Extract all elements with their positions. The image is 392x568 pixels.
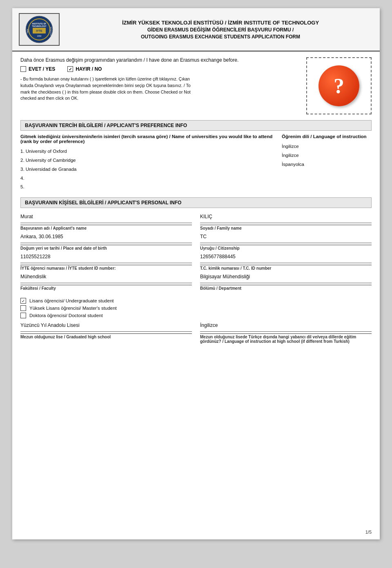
iyte-logo-icon: INSTITUTE OF TECHNOLOGY IYTE 1992 İZMİR …: [24, 15, 54, 44]
first-name-block: Murat Başvuranın adı / Applicant's name: [20, 214, 192, 230]
list-item: 1. University of Oxford: [20, 147, 274, 156]
preference-section-header: BAŞVURANIN TERCİH BİLGİLERİ / APPLICANT'…: [20, 120, 372, 131]
instruction-line3: mark the checkboxes ( ) in this form ple…: [20, 89, 298, 96]
lang-item: [282, 178, 372, 187]
header-title: İZMİR YÜKSEK TEKNOLOJİ ENSTİTÜSÜ / İZMİR…: [68, 20, 373, 40]
student-id-value: 11025521228: [20, 254, 192, 261]
yes-no-row: EVET / YES ✓ HAYIR / NO: [20, 66, 298, 72]
last-name-label: Soyadı / Family name: [200, 225, 372, 230]
language-list: İngilizce İngilizce İspanyolca: [282, 142, 372, 187]
list-item: 2. University of Cambridge: [20, 156, 274, 165]
list-item: 3. Universidad de Granada: [20, 165, 274, 174]
svg-text:TEKNOLOJİ: TEKNOLOJİ: [50, 27, 52, 36]
faculty-row: Mühendislik Fakültesi / Faculty Bilgisay…: [20, 274, 372, 294]
tc-id-block: 1265677888445 T.C. kimlik numarası / T.C…: [200, 254, 372, 271]
list-item: 5.: [20, 183, 274, 192]
preference-question: Gitmek istediğiniz üniversitenin/lerin i…: [20, 134, 274, 144]
instruction-line2: kutuda Onaylandı veya Onaylanmadı seçene…: [20, 83, 298, 89]
svg-text:İZMİR: İZMİR: [27, 29, 29, 33]
language-label: Öğrenim dili / Language of instruction: [282, 134, 372, 139]
name-row: Murat Başvuranın adı / Applicant's name …: [20, 214, 372, 234]
student-id-block: 11025521228 İYTE öğrenci numarası / İYTE…: [20, 254, 192, 271]
header-line1: İZMİR YÜKSEK TEKNOLOJİ ENSTİTÜSÜ / İZMİR…: [68, 20, 373, 26]
list-item: 4.: [20, 174, 274, 183]
undergraduate-checkbox[interactable]: ✓: [20, 298, 26, 304]
tc-id-label: T.C. kimlik numarası / T.C. ID number: [200, 265, 372, 271]
hs-lang-block: İngilizce Mezun olduğunuz lisede Türkçe …: [200, 322, 372, 344]
no-option: ✓ HAYIR / NO: [67, 66, 102, 72]
lang-item: [282, 169, 372, 178]
department-label: Bölümü / Department: [200, 285, 372, 291]
erasmus-question: Daha önce Erasmus değişim programından y…: [20, 57, 298, 63]
lang-item: İngilizce: [282, 142, 372, 151]
document-page: INSTITUTE OF TECHNOLOGY IYTE 1992 İZMİR …: [12, 8, 380, 539]
department-block: Bilgisayar Mühendisliği Bölümü / Departm…: [200, 274, 372, 291]
no-checkbox[interactable]: ✓: [67, 66, 73, 72]
high-school-row: Yüzüncü Yıl Anadolu Lisesi Mezun olduğun…: [20, 322, 372, 347]
hs-value: Yüzüncü Yıl Anadolu Lisesi: [20, 322, 192, 330]
preference-left: Gitmek istediğiniz üniversitenin/lerin i…: [20, 134, 282, 192]
personal-section-header: BAŞVURANIN KİŞİSEL BİLGİLERİ / APPLICANT…: [20, 197, 372, 208]
last-name-block: KILIÇ Soyadı / Family name: [200, 214, 372, 230]
birth-value: Ankara, 30.06.1985: [20, 234, 192, 241]
birth-row: Ankara, 30.06.1985 Doğum yeri ve tarihi …: [20, 234, 372, 254]
masters-checkbox[interactable]: [20, 305, 26, 311]
lang-item: İspanyolca: [282, 160, 372, 169]
birth-block: Ankara, 30.06.1985 Doğum yeri ve tarihi …: [20, 234, 192, 250]
question-mark-icon: ?: [318, 65, 359, 106]
hs-lang-label: Mezun olduğunuz lisede Türkçe dışında ha…: [200, 333, 372, 344]
header-line2: GİDEN ERASMUS DEĞİŞİM ÖĞRENCİLERİ BAŞVUR…: [68, 27, 373, 33]
preference-right: Öğrenim dili / Language of instruction İ…: [282, 134, 372, 192]
citizenship-block: TC Uyruğu / Citizenship: [200, 234, 372, 250]
svg-text:1992: 1992: [37, 35, 41, 37]
page-number: 1/5: [365, 530, 372, 534]
citizenship-label: Uyruğu / Citizenship: [200, 245, 372, 250]
masters-label: Yüksek Lisans öğrencisi/ Master's studen…: [29, 306, 117, 311]
yes-option: EVET / YES: [20, 66, 55, 72]
student-id-label: İYTE öğrenci numarası / İYTE student ID …: [20, 265, 192, 271]
instruction-line1: - Bu formda bulunan onay kutularını ( ) …: [20, 76, 298, 83]
birth-label: Doğum yeri ve tarihi / Place and date of…: [20, 245, 192, 250]
no-label: HAYIR / NO: [76, 66, 102, 72]
erasmus-section: Daha önce Erasmus değişim programından y…: [20, 57, 372, 114]
faculty-value: Mühendislik: [20, 274, 192, 281]
masters-row: Yüksek Lisans öğrencisi/ Master's studen…: [20, 305, 372, 311]
lang-item: İngilizce: [282, 151, 372, 160]
yes-label: EVET / YES: [29, 66, 55, 72]
hs-block: Yüzüncü Yıl Anadolu Lisesi Mezun olduğun…: [20, 322, 192, 344]
department-value: Bilgisayar Mühendisliği: [200, 274, 372, 281]
citizenship-value: TC: [200, 234, 372, 241]
hs-lang-value: İngilizce: [200, 322, 372, 330]
tc-id-value: 1265677888445: [200, 254, 372, 261]
yes-checkbox[interactable]: [20, 66, 26, 72]
logo-box: INSTITUTE OF TECHNOLOGY IYTE 1992 İZMİR …: [19, 13, 60, 46]
instructions: - Bu formda bulunan onay kutularını ( ) …: [20, 76, 298, 102]
faculty-block: Mühendislik Fakültesi / Faculty: [20, 274, 192, 291]
header-line3: OUTGOING ERASMUS EXCHANGE STUDENTS APPLI…: [68, 34, 373, 40]
undergraduate-row: ✓ Lisans öğrencisi/ Undergraduate studen…: [20, 298, 372, 304]
first-name-label: Başvuranın adı / Applicant's name: [20, 225, 192, 230]
last-name-value: KILIÇ: [200, 214, 372, 221]
erasmus-text-block: Daha önce Erasmus değişim programından y…: [20, 57, 298, 102]
content: Daha önce Erasmus değişim programından y…: [12, 51, 380, 353]
svg-text:IYTE: IYTE: [36, 29, 42, 32]
student-type-section: ✓ Lisans öğrencisi/ Undergraduate studen…: [20, 298, 372, 318]
question-image-box: ?: [306, 57, 372, 114]
faculty-label: Fakültesi / Faculty: [20, 285, 192, 291]
preference-content: Gitmek istediğiniz üniversitenin/lerin i…: [20, 134, 372, 192]
university-list: 1. University of Oxford 2. University of…: [20, 147, 274, 192]
hs-label: Mezun olduğunuz lise / Graduated high sc…: [20, 333, 192, 339]
header: INSTITUTE OF TECHNOLOGY IYTE 1992 İZMİR …: [12, 8, 380, 51]
doctoral-label: Doktora öğrencisi/ Doctoral student: [29, 313, 103, 318]
first-name-value: Murat: [20, 214, 192, 221]
svg-text:TECHNOLOGY: TECHNOLOGY: [32, 25, 47, 27]
instruction-line4: checked and then click on OK.: [20, 95, 298, 102]
undergraduate-label: Lisans öğrencisi/ Undergraduate student: [29, 298, 114, 303]
doctoral-checkbox[interactable]: [20, 313, 26, 318]
personal-section: Murat Başvuranın adı / Applicant's name …: [20, 214, 372, 347]
doctoral-row: Doktora öğrencisi/ Doctoral student: [20, 313, 372, 318]
id-row: 11025521228 İYTE öğrenci numarası / İYTE…: [20, 254, 372, 274]
